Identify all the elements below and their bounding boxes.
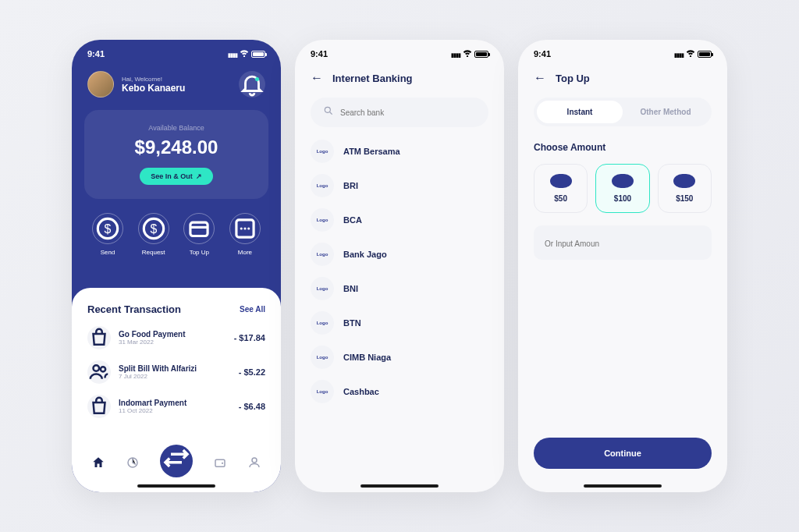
bank-logo-icon: Logo (311, 208, 334, 232)
page-title: Internet Banking (332, 73, 413, 84)
bank-logo-icon: Logo (311, 277, 334, 300)
balance-label: Available Balance (98, 124, 254, 132)
svg-text:$: $ (150, 222, 157, 236)
home-indicator (584, 484, 662, 488)
svg-point-7 (243, 227, 246, 229)
svg-rect-4 (190, 222, 208, 236)
search-input[interactable] (340, 108, 476, 117)
status-bar: 9:41 (295, 40, 504, 65)
bank-item[interactable]: LogoBank Jago (311, 243, 488, 266)
bank-item[interactable]: LogoBNI (311, 277, 488, 300)
amount-option-150[interactable]: $150 (658, 164, 712, 213)
method-tabs: Instant Other Method (534, 98, 712, 126)
svg-point-10 (101, 367, 105, 371)
nav-transfer[interactable] (160, 445, 193, 477)
recent-title: Recent Transaction (87, 303, 181, 315)
bank-logo-icon: Logo (311, 243, 334, 266)
bank-item[interactable]: LogoBTN (311, 311, 488, 335)
home-header: Hai, Welcome! Kebo Kanaeru (72, 65, 281, 110)
bank-item[interactable]: LogoATM Bersama (311, 140, 488, 163)
bank-item[interactable]: LogoCashbac (311, 380, 488, 403)
battery-icon (698, 51, 712, 58)
see-all-link[interactable]: See All (240, 305, 265, 314)
see-in-out-button[interactable]: See In & Out ↗ (140, 168, 213, 185)
bank-logo-icon: Logo (311, 311, 334, 335)
coin-icon (673, 174, 695, 188)
nav-wallet[interactable] (213, 456, 227, 473)
battery-icon (474, 51, 488, 58)
amount-option-50[interactable]: $50 (534, 164, 588, 213)
bank-logo-icon: Logo (311, 380, 334, 403)
bank-item[interactable]: LogoBCA (311, 208, 488, 232)
wifi-icon (240, 49, 249, 59)
username: Kebo Kanaeru (122, 83, 185, 94)
people-icon (87, 360, 111, 384)
status-time: 9:41 (311, 49, 328, 59)
page-title: Top Up (556, 73, 590, 84)
home-indicator (360, 484, 439, 488)
send-button[interactable]: $ Send (92, 213, 123, 256)
status-icons (228, 49, 265, 59)
bank-list: LogoATM Bersama LogoBRI LogoBCA LogoBank… (295, 140, 504, 403)
nav-home[interactable] (91, 456, 105, 473)
signal-icon (451, 49, 460, 59)
topup-button[interactable]: Top Up (183, 213, 215, 256)
signal-icon (228, 49, 237, 59)
coin-icon (612, 174, 634, 188)
request-icon: $ (138, 213, 169, 244)
bank-logo-icon: Logo (311, 346, 334, 369)
arrow-icon: ↗ (196, 172, 202, 180)
custom-amount-field[interactable] (534, 225, 712, 260)
quick-actions: $ Send $ Request Top Up More (72, 199, 281, 273)
status-time: 9:41 (534, 49, 551, 59)
notification-button[interactable] (239, 71, 265, 98)
status-icons (451, 49, 488, 59)
balance-amount: $9,248.00 (98, 137, 254, 158)
home-indicator (137, 484, 215, 488)
transaction-item[interactable]: Go Food Payment 31 Mar 2022 - $17.84 (87, 326, 265, 349)
back-button[interactable]: ← (311, 71, 323, 85)
bank-item[interactable]: LogoBRI (311, 174, 488, 197)
bank-logo-icon: Logo (311, 174, 334, 197)
wifi-icon (686, 49, 695, 59)
search-icon (323, 105, 334, 119)
user-profile[interactable]: Hai, Welcome! Kebo Kanaeru (87, 71, 185, 98)
transaction-item[interactable]: Indomart Payment 11 Oct 2022 - $6.48 (87, 395, 265, 418)
bank-item[interactable]: LogoCIMB Niaga (311, 346, 488, 369)
tab-other-method[interactable]: Other Method (623, 101, 708, 123)
shopping-bag-icon (87, 326, 111, 349)
internet-banking-screen: 9:41 ← Internet Banking LogoATM Bersama … (295, 40, 504, 492)
avatar (87, 71, 114, 98)
screen-header: ← Top Up (518, 65, 727, 98)
balance-card: Available Balance $9,248.00 See In & Out… (84, 110, 268, 199)
battery-icon (251, 51, 265, 58)
bank-logo-icon: Logo (311, 140, 334, 163)
tab-instant[interactable]: Instant (537, 101, 623, 123)
coin-icon (550, 174, 572, 188)
topup-screen: 9:41 ← Top Up Instant Other Method Choos… (518, 40, 727, 492)
wifi-icon (463, 49, 472, 59)
back-button[interactable]: ← (534, 71, 546, 85)
continue-button[interactable]: Continue (534, 438, 712, 469)
more-button[interactable]: More (229, 213, 261, 256)
shopping-bag-icon (87, 395, 111, 418)
amount-option-100[interactable]: $100 (595, 164, 649, 213)
screen-header: ← Internet Banking (295, 65, 504, 98)
status-bar: 9:41 (72, 40, 281, 65)
custom-amount-input[interactable] (545, 239, 701, 248)
svg-point-13 (222, 463, 223, 464)
svg-rect-12 (215, 459, 225, 466)
svg-point-15 (325, 107, 330, 112)
nav-profile[interactable] (247, 456, 261, 473)
more-icon (229, 213, 261, 244)
transaction-item[interactable]: Split Bill With Alfarizi 7 Jul 2022 - $5… (87, 360, 265, 384)
signal-icon (674, 49, 684, 59)
search-bar[interactable] (311, 98, 488, 127)
status-icons (674, 49, 712, 59)
send-icon: $ (92, 213, 123, 244)
topup-icon (183, 213, 215, 244)
choose-amount-title: Choose Amount (518, 142, 727, 164)
request-button[interactable]: $ Request (138, 213, 169, 256)
amount-options: $50 $100 $150 (518, 164, 727, 225)
nav-stats[interactable] (126, 456, 140, 473)
